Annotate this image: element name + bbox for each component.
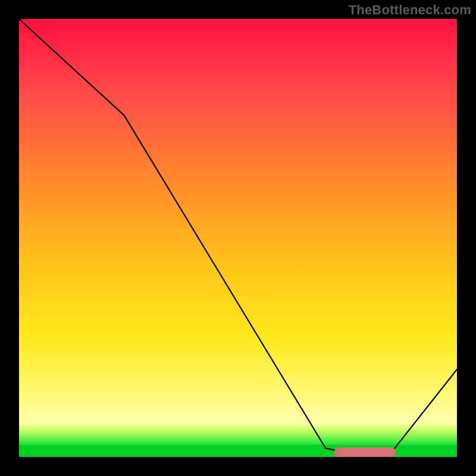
bottleneck-chart <box>0 0 476 476</box>
chart-stage: TheBottleneck.com <box>0 0 476 476</box>
plot-background <box>19 19 457 457</box>
curve-marker <box>334 447 396 458</box>
watermark-label: TheBottleneck.com <box>349 2 471 18</box>
svg-rect-1 <box>19 424 457 445</box>
